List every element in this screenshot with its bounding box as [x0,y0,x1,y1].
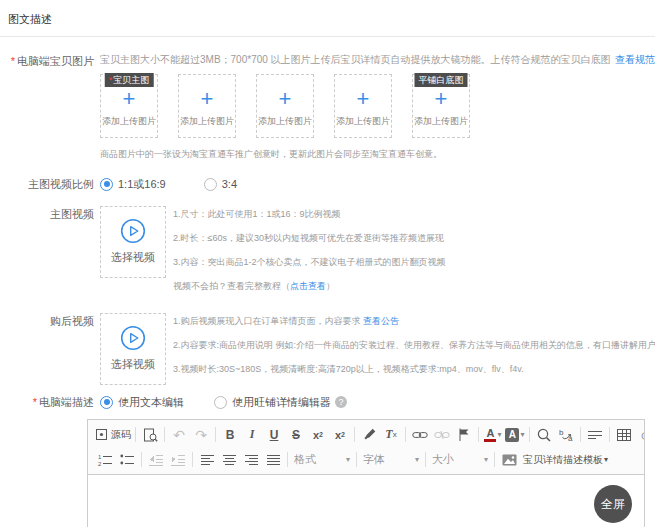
format-painter-button[interactable] [359,425,379,445]
toolbar-row-1: 源码 ↶ ↷ B I U S x2 x2 [94,422,638,447]
subscript-button[interactable]: x2 [308,425,328,445]
select-main-video-box[interactable]: 选择视频 [100,206,166,278]
paragraph-lines-icon [588,429,602,441]
upload-image-box-3[interactable]: + 添加上传图片 [256,74,314,138]
svg-text:b: b [559,428,564,437]
play-icon [120,325,146,351]
superscript-button[interactable]: x2 [330,425,350,445]
preview-button[interactable] [140,425,160,445]
radio-selected-icon[interactable] [100,178,113,191]
ztc-sync-note: 商品图片中的一张设为淘宝直通车推广创意时，更新此图片会同步至淘宝直通车创意。 [100,148,655,161]
ratio-option-3-4[interactable]: 3:4 [204,178,237,191]
upload-image-box-2[interactable]: + 添加上传图片 [178,74,236,138]
align-center-button[interactable] [219,450,239,470]
toolbar-separator [494,452,495,467]
toolbar-separator [215,427,216,442]
toolbar-row-2: 12 [94,447,638,472]
toolbar-separator [478,427,479,442]
toolbar-separator [164,427,165,442]
editor-option-wangpu[interactable]: 使用旺铺详情编辑器 ? [214,395,347,410]
paragraph-format-select[interactable]: 格式▾ [291,452,353,467]
row-main-video-ratio: 主图视频比例 1:1或16:9 3:4 [0,176,655,192]
post-purchase-video-label: 购后视频 [0,313,100,387]
redo-button[interactable]: ↷ [191,425,211,445]
row-post-purchase-video: 购后视频 选择视频 1.购后视频展现入口在订单详情页面，内容要求 查看公告 2.… [0,313,655,387]
unlink-icon [434,430,450,440]
source-code-button[interactable]: 源码 [95,425,131,445]
image-icon [502,454,517,466]
font-size-select[interactable]: 大小▾ [429,452,491,467]
chevron-down-icon: ▾ [415,455,419,464]
align-left-icon [201,454,214,465]
view-announcement-link[interactable]: 查看公告 [363,316,399,326]
toolbar-separator [609,427,610,442]
align-center-icon [223,454,236,465]
plus-icon: + [101,88,157,110]
align-left-button[interactable] [197,450,217,470]
paragraph-spacing-button[interactable] [585,425,605,445]
emoticon-button[interactable]: ☺ [636,425,644,445]
row-product-images: *电脑端宝贝图片 宝贝主图大小不能超过3MB；700*700 以上图片上传后宝贝… [0,53,655,164]
insert-image-button[interactable] [499,450,519,470]
main-video-label: 主图视频 [0,206,100,304]
help-icon[interactable]: ? [335,396,347,408]
product-images-label: *电脑端宝贝图片 [0,53,100,164]
upload-image-box-whitebg[interactable]: 平铺白底图 + 添加上传图片 [412,74,470,138]
editor-option-text[interactable]: 使用文本编辑 [100,395,184,410]
align-justify-button[interactable] [263,450,283,470]
font-family-select[interactable]: 字体▾ [360,452,422,467]
indent-button[interactable] [168,450,188,470]
instruction-line: 3.视频时长:30S~180S，视频清晰度:高清720p以上，视频格式要求:mp… [173,363,655,376]
ordered-list-icon: 12 [98,453,112,466]
italic-button[interactable]: I [242,425,262,445]
toolbar-separator [425,452,426,467]
anchor-button[interactable] [454,425,474,445]
select-video-label: 选择视频 [101,357,165,372]
strikethrough-button[interactable]: S [286,425,306,445]
page: 图文描述 *电脑端宝贝图片 宝贝主图大小不能超过3MB；700*700 以上图片… [0,0,655,527]
unlink-button[interactable] [432,425,452,445]
plus-icon: + [413,88,469,110]
insert-table-button[interactable] [614,425,634,445]
replace-icon: ba [559,428,574,442]
editor-content-area[interactable]: 全屏 [88,475,644,527]
toolbar-separator [354,427,355,442]
plus-icon: + [257,88,313,110]
unordered-list-button[interactable] [117,450,137,470]
align-right-button[interactable] [241,450,261,470]
undo-button[interactable]: ↶ [169,425,189,445]
pc-description-label: *电脑端描述 [0,394,100,410]
description-template-select[interactable]: 宝贝详情描述模板▾ [523,453,608,467]
format-painter-icon [363,428,376,441]
upload-image-box-4[interactable]: + 添加上传图片 [334,74,392,138]
remove-format-button[interactable]: Tx [381,425,401,445]
select-post-purchase-video-box[interactable]: 选择视频 [100,313,166,385]
tab-image-text-description[interactable]: 图文描述 [8,13,52,25]
tutorial-link[interactable]: 点击查看 [290,281,326,291]
upload-image-box-main[interactable]: *宝贝主图 + 添加上传图片 [100,74,158,138]
ratio-option-1-1-16-9[interactable]: 1:1或16:9 [100,177,166,192]
instruction-line: 1.尺寸：此处可使用1：1或16：9比例视频 [173,208,655,221]
radio-unselected-icon[interactable] [214,396,227,409]
ordered-list-button[interactable]: 12 [95,450,115,470]
upload-image-label: 添加上传图片 [101,115,157,128]
radio-unselected-icon[interactable] [204,178,217,191]
background-color-button[interactable]: A ▾ [505,425,525,445]
plus-icon: + [335,88,391,110]
preview-icon [143,428,158,442]
radio-selected-icon[interactable] [100,396,113,409]
main-video-instructions: 1.尺寸：此处可使用1：1或16：9比例视频 2.时长：≤60s，建议30秒以内… [173,206,655,304]
font-color-button[interactable]: A ▾ [483,425,503,445]
replace-button[interactable]: ba [556,425,576,445]
underline-button[interactable]: U [264,425,284,445]
svg-text:2: 2 [98,461,102,467]
view-spec-link[interactable]: 查看规范 [615,53,655,67]
search-icon [537,428,551,442]
outdent-button[interactable] [146,450,166,470]
upload-image-label: 添加上传图片 [335,115,391,128]
search-button[interactable] [534,425,554,445]
fullscreen-button[interactable]: 全屏 [594,485,632,523]
link-button[interactable] [410,425,430,445]
anchor-flag-icon [458,428,470,441]
bold-button[interactable]: B [220,425,240,445]
